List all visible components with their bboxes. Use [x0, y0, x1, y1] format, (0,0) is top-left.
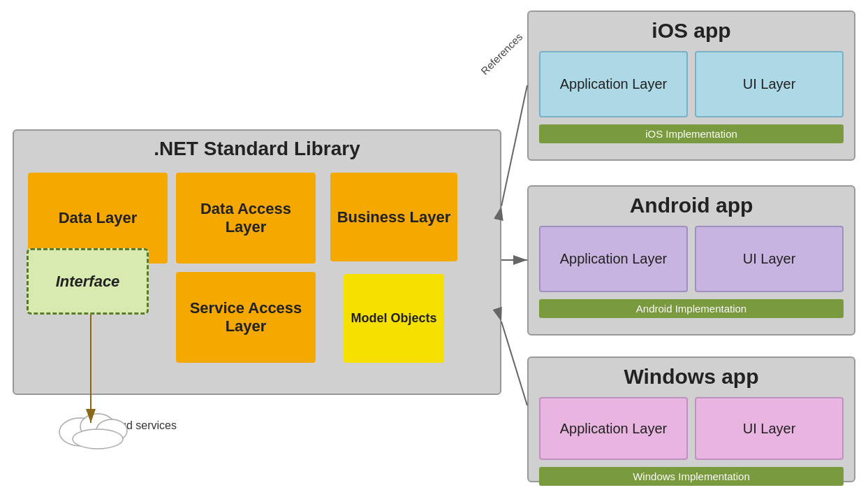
business-layer-box: Business Layer — [330, 173, 458, 261]
business-layer-column: Business Layer Model Objects — [324, 173, 464, 363]
cloud-label: Cloud services — [103, 419, 177, 432]
model-objects-box: Model Objects — [344, 274, 443, 363]
interface-box: Interface — [27, 248, 149, 315]
ios-application-layer: Application Layer — [539, 51, 688, 117]
references-label: References — [478, 31, 524, 77]
ios-app-box: iOS app Application Layer UI Layer iOS I… — [527, 10, 855, 161]
android-implementation-bar: Android Implementation — [539, 299, 844, 318]
android-application-layer: Application Layer — [539, 226, 688, 292]
windows-to-library-arrow — [501, 322, 527, 405]
cloud-part1 — [59, 418, 101, 446]
ios-implementation-bar: iOS Implementation — [539, 124, 844, 143]
windows-app-box: Windows app Application Layer UI Layer W… — [527, 356, 855, 482]
service-access-layer-box: Service Access Layer — [176, 272, 316, 363]
android-app-layers: Application Layer UI Layer — [536, 226, 847, 292]
android-app-box: Android app Application Layer UI Layer A… — [527, 185, 855, 336]
android-ui-layer: UI Layer — [695, 226, 844, 292]
cloud-base — [73, 429, 123, 449]
windows-app-title: Windows app — [536, 365, 847, 389]
android-app-title: Android app — [536, 194, 847, 217]
windows-application-layer: Application Layer — [539, 397, 688, 460]
windows-implementation-bar: Windows Implementation — [539, 467, 844, 486]
data-access-layer-box: Data Access Layer — [176, 173, 316, 264]
net-library-title: .NET Standard Library — [21, 138, 493, 160]
ios-to-library-arrow — [501, 85, 527, 206]
windows-ui-layer: UI Layer — [695, 397, 844, 460]
ios-ui-layer: UI Layer — [695, 51, 844, 117]
diagram: .NET Standard Library Data Layer Data Ac… — [0, 0, 868, 490]
ios-app-title: iOS app — [536, 19, 847, 43]
ios-app-layers: Application Layer UI Layer — [536, 51, 847, 117]
windows-app-layers: Application Layer UI Layer — [536, 397, 847, 460]
